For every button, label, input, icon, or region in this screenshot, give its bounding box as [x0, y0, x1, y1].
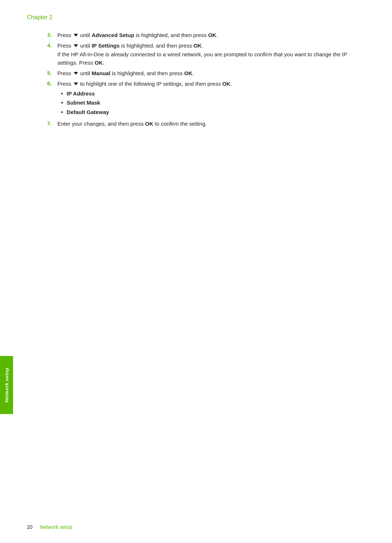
- sub-item-default-gateway-label: Default Gateway: [67, 108, 109, 117]
- steps-list: 3. Press until Advanced Setup is highlig…: [47, 31, 359, 128]
- bullet-icon: •: [61, 108, 63, 116]
- chapter-label: Chapter 2: [27, 14, 52, 21]
- arrow-down-icon: [74, 44, 78, 47]
- sub-item-subnet-mask: • Subnet Mask: [61, 99, 359, 107]
- step-3-number: 3.: [47, 31, 57, 39]
- step-6-content: Press to highlight one of the following …: [57, 80, 359, 117]
- step-7-content: Enter your changes, and then press OK to…: [57, 119, 359, 128]
- sub-item-subnet-mask-label: Subnet Mask: [67, 99, 101, 107]
- footer: 20 Network setup: [27, 524, 365, 530]
- sub-item-default-gateway: • Default Gateway: [61, 108, 359, 117]
- step-6: 6. Press to highlight one of the followi…: [47, 80, 359, 117]
- arrow-down-icon: [74, 72, 78, 75]
- step-7: 7. Enter your changes, and then press OK…: [47, 119, 359, 128]
- footer-page-number: 20: [27, 524, 33, 530]
- sub-list: • IP Address • Subnet Mask • Default Gat…: [61, 90, 359, 117]
- sub-item-ip-address: • IP Address: [61, 90, 359, 98]
- step-5: 5. Press until Manual is highlighted, an…: [47, 69, 359, 77]
- step-7-number: 7.: [47, 119, 57, 128]
- sidebar-tab-label: Network setup: [4, 368, 9, 402]
- step-5-content: Press until Manual is highlighted, and t…: [57, 69, 359, 77]
- bullet-icon: •: [61, 99, 63, 107]
- arrow-down-icon: [74, 34, 78, 37]
- arrow-down-icon: [74, 82, 78, 85]
- step-4-number: 4.: [47, 41, 57, 50]
- step-4-content: Press until IP Settings is highlighted, …: [57, 41, 359, 67]
- step-3: 3. Press until Advanced Setup is highlig…: [47, 31, 359, 39]
- step-6-number: 6.: [47, 80, 57, 88]
- content-area: 3. Press until Advanced Setup is highlig…: [47, 31, 359, 130]
- footer-chapter-label: Network setup: [40, 524, 72, 530]
- step-4: 4. Press until IP Settings is highlighte…: [47, 41, 359, 67]
- step-3-content: Press until Advanced Setup is highlighte…: [57, 31, 359, 39]
- sidebar-tab: Network setup: [0, 356, 13, 414]
- step-4-continuation: If the HP All-in-One is already connecte…: [57, 50, 359, 67]
- bullet-icon: •: [61, 90, 63, 98]
- sub-item-ip-address-label: IP Address: [67, 90, 95, 98]
- step-5-number: 5.: [47, 69, 57, 77]
